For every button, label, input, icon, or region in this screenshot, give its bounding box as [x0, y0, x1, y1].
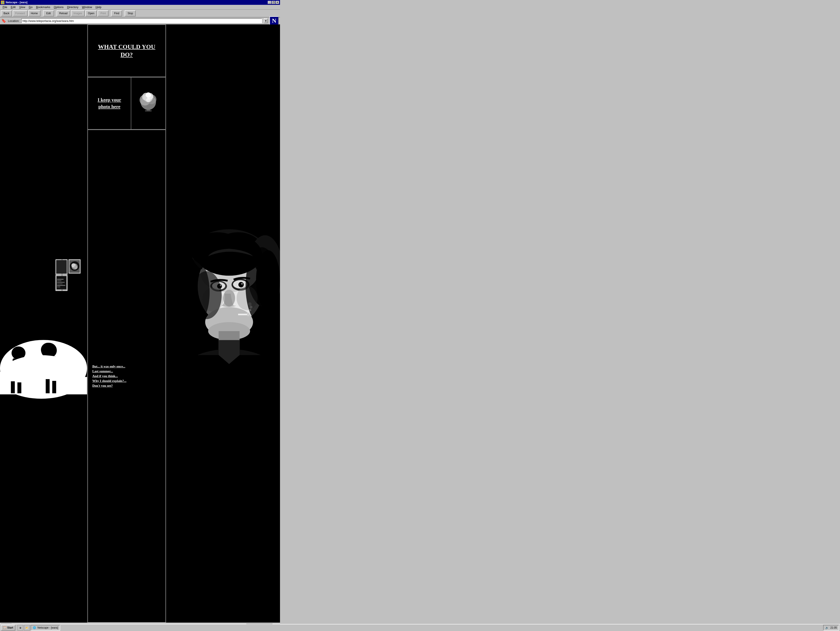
svg-rect-13: [57, 283, 63, 284]
taskbar-item-label: Netscape - [wara]: [38, 626, 58, 628]
svg-rect-6: [56, 260, 67, 274]
minimize-button[interactable]: _: [268, 1, 271, 4]
menu-help[interactable]: Help: [94, 5, 103, 9]
maximize-button[interactable]: ❐: [272, 1, 275, 4]
toolbar: Back Forward Home Edit Reload Images Ope…: [0, 9, 280, 17]
headline-text: WHAT COULD YOU DO?: [92, 43, 161, 59]
location-input[interactable]: [21, 18, 262, 23]
svg-rect-15: [57, 286, 60, 287]
svg-point-84: [249, 305, 253, 308]
images-button[interactable]: Images: [71, 10, 85, 16]
left-panel: [0, 25, 87, 623]
svg-rect-4: [55, 274, 68, 275]
svg-rect-40: [52, 381, 56, 393]
svg-point-19: [74, 266, 77, 269]
title-bar-controls: _ ❐ ✕: [268, 1, 279, 4]
print-button[interactable]: Print: [98, 10, 109, 16]
svg-rect-50: [145, 110, 152, 112]
svg-rect-37: [11, 381, 15, 393]
app-icon: 🌐: [1, 1, 5, 4]
svg-point-83: [249, 309, 251, 311]
svg-rect-38: [17, 383, 21, 393]
middle-top-section: WHAT COULD YOU DO?: [87, 25, 166, 77]
menu-file[interactable]: File: [1, 5, 9, 9]
grid-right: [131, 77, 165, 129]
svg-rect-12: [57, 282, 65, 283]
toolbar-separator-2: [55, 11, 55, 16]
menu-directory[interactable]: Directory: [65, 5, 80, 9]
taskbar: 🪟 Start 🖥 📂 🌐 Netscape - [wara] 🔊 21:05: [0, 624, 280, 628]
link-2[interactable]: Last summer...: [92, 370, 161, 373]
link-4[interactable]: Why I should explain?...: [92, 379, 161, 383]
taskbar-netscape-item[interactable]: 🌐 Netscape - [wara]: [31, 625, 60, 628]
window-title: Netscape - [wara]: [6, 1, 27, 4]
middle-grid: I keep your photo here: [87, 77, 166, 130]
stop-button[interactable]: Stop: [125, 10, 136, 16]
reload-button[interactable]: Reload: [57, 10, 70, 16]
menu-edit[interactable]: Edit: [9, 5, 17, 9]
start-label: Start: [7, 626, 13, 628]
main-content: WHAT COULD YOU DO? I keep your photo her…: [0, 25, 280, 623]
menu-view[interactable]: View: [17, 5, 27, 9]
open-button[interactable]: Open: [85, 10, 97, 16]
back-button[interactable]: Back: [1, 10, 12, 16]
svg-rect-75: [181, 355, 277, 421]
webpage: WHAT COULD YOU DO? I keep your photo her…: [0, 25, 280, 623]
menu-window[interactable]: Window: [80, 5, 94, 9]
toolbar-separator-3: [110, 11, 110, 16]
title-bar: 🌐 Netscape - [wara] _ ❐ ✕: [0, 0, 280, 5]
forward-button[interactable]: Forward: [13, 10, 28, 16]
menu-options[interactable]: Options: [52, 5, 65, 9]
face-art: [166, 25, 280, 623]
title-bar-left: 🌐 Netscape - [wara]: [1, 1, 27, 4]
taskbar-item-icon: 🌐: [33, 626, 36, 628]
right-panel: [166, 25, 280, 623]
svg-point-85: [248, 302, 251, 306]
close-button[interactable]: ✕: [276, 1, 279, 4]
taskbar-separator: [16, 625, 17, 628]
svg-point-51: [146, 98, 150, 102]
location-bar: 🔖 Location: ▼ N: [0, 17, 280, 25]
photo-text: I keep your photo here: [92, 96, 126, 110]
location-bookmark-icon: 🔖: [1, 18, 6, 23]
svg-rect-81: [238, 314, 248, 315]
taskbar-quick-icon-2[interactable]: 📂: [24, 625, 30, 628]
middle-panel: WHAT COULD YOU DO? I keep your photo her…: [87, 25, 166, 623]
menu-bookmarks[interactable]: Bookmarks: [34, 5, 52, 9]
link-5[interactable]: Don't you see?: [92, 384, 161, 387]
menu-bar: File Edit View Go Bookmarks Options Dire…: [0, 5, 280, 9]
location-label: Location:: [8, 19, 19, 22]
home-button[interactable]: Home: [28, 10, 41, 16]
link-1[interactable]: But... it was only once...: [92, 365, 161, 368]
svg-rect-82: [247, 313, 249, 316]
netscape-logo: N: [270, 16, 279, 25]
explosion-art: [135, 90, 161, 117]
edit-button[interactable]: Edit: [43, 10, 54, 16]
svg-rect-11: [57, 280, 62, 281]
location-dropdown[interactable]: ▼: [264, 18, 268, 23]
start-button[interactable]: 🪟 Start: [1, 625, 15, 628]
toolbar-separator-4: [123, 11, 123, 16]
middle-links: But... it was only once... Last summer..…: [87, 130, 166, 623]
find-button[interactable]: Find: [111, 10, 122, 16]
svg-point-65: [238, 282, 244, 287]
taskbar-quick-icon-1[interactable]: 🖥: [17, 625, 23, 628]
grid-left: I keep your photo here: [88, 77, 131, 129]
svg-rect-14: [57, 285, 65, 286]
svg-rect-10: [57, 279, 64, 280]
menu-go[interactable]: Go: [27, 5, 34, 9]
left-panel-art: [0, 25, 87, 623]
link-3[interactable]: And if you think...: [92, 374, 161, 378]
svg-point-80: [196, 234, 262, 276]
svg-rect-39: [46, 379, 50, 393]
toolbar-separator-1: [41, 11, 42, 16]
start-windows-icon: 🪟: [3, 626, 6, 628]
svg-point-48: [146, 92, 151, 98]
svg-point-67: [241, 283, 243, 285]
